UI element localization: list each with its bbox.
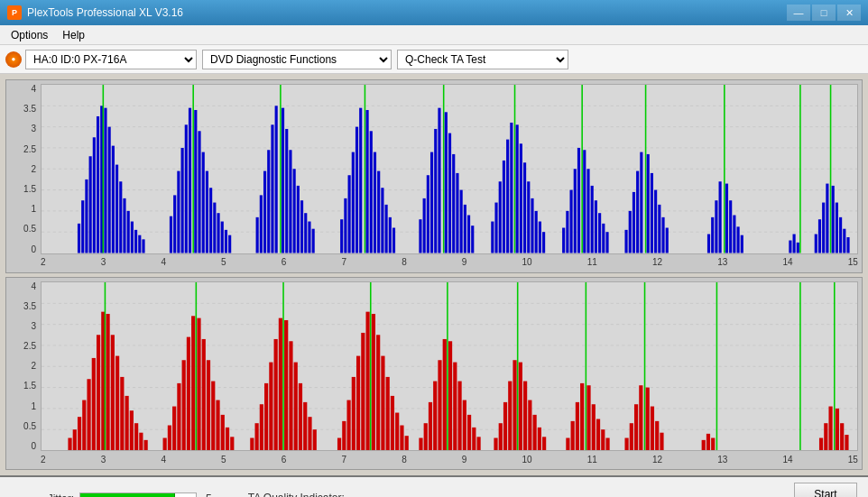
svg-rect-223 (400, 425, 403, 450)
svg-rect-232 (448, 341, 452, 450)
svg-rect-130 (711, 217, 714, 253)
drive-select[interactable]: HA:0 ID:0 PX-716A (25, 50, 197, 69)
menu-options[interactable]: Options (4, 27, 55, 43)
svg-rect-64 (359, 108, 362, 253)
action-buttons: Start i (794, 483, 857, 497)
svg-rect-202 (284, 319, 288, 450)
svg-rect-150 (839, 217, 842, 253)
svg-rect-262 (630, 423, 633, 450)
svg-rect-246 (523, 381, 527, 450)
maximize-button[interactable]: □ (812, 5, 836, 21)
svg-rect-78 (434, 129, 437, 253)
svg-rect-227 (429, 401, 432, 450)
titlebar: P PlexTools Professional XL V3.16 — □ ✕ (0, 0, 868, 25)
svg-rect-218 (376, 335, 380, 450)
top-chart: 4 3.5 3 2.5 2 1.5 1 0.5 0 (5, 79, 863, 273)
top-chart-y-axis: 4 3.5 3 2.5 2 1.5 1 0.5 0 (8, 84, 39, 254)
svg-rect-27 (173, 195, 176, 253)
svg-rect-245 (519, 362, 522, 450)
svg-rect-22 (131, 222, 134, 253)
svg-rect-81 (445, 112, 448, 253)
svg-rect-219 (381, 355, 384, 450)
svg-rect-43 (256, 217, 259, 253)
svg-rect-98 (523, 162, 526, 253)
svg-rect-94 (510, 123, 512, 253)
svg-rect-19 (119, 181, 122, 253)
toolbar: ● HA:0 ID:0 PX-716A DVD Diagnostic Funct… (0, 45, 868, 74)
svg-rect-120 (636, 171, 639, 253)
svg-rect-261 (624, 437, 628, 450)
svg-rect-270 (702, 439, 706, 450)
svg-rect-9 (85, 179, 88, 253)
ta-label: TA Quality Indicator: (248, 492, 345, 498)
svg-rect-127 (661, 217, 664, 253)
svg-rect-176 (139, 432, 143, 450)
svg-rect-215 (365, 311, 369, 450)
svg-rect-117 (624, 230, 627, 253)
svg-rect-222 (395, 412, 399, 450)
svg-rect-263 (634, 404, 638, 450)
svg-rect-213 (356, 355, 360, 450)
svg-rect-228 (433, 381, 437, 450)
svg-rect-224 (405, 436, 409, 450)
svg-rect-102 (539, 222, 541, 253)
svg-rect-61 (348, 175, 351, 253)
minimize-button[interactable]: — (787, 5, 810, 21)
svg-rect-268 (655, 420, 659, 450)
svg-rect-243 (512, 360, 516, 450)
svg-rect-36 (206, 171, 208, 253)
svg-rect-254 (580, 382, 584, 450)
svg-rect-29 (181, 148, 184, 253)
svg-rect-125 (654, 190, 657, 253)
svg-rect-175 (134, 423, 138, 450)
svg-rect-118 (629, 211, 632, 253)
svg-rect-25 (142, 239, 144, 253)
svg-rect-140 (793, 235, 796, 253)
svg-rect-75 (423, 198, 426, 253)
svg-rect-54 (297, 186, 300, 253)
svg-rect-52 (289, 150, 291, 253)
top-chart-x-axis: 2 3 4 5 6 7 8 9 10 11 12 13 14 15 (41, 254, 858, 271)
svg-rect-66 (365, 110, 368, 253)
bottom-chart-y-axis: 4 3.5 3 2.5 2 1.5 1 0.5 0 (8, 281, 39, 452)
svg-rect-230 (443, 338, 447, 450)
svg-rect-63 (356, 127, 358, 253)
svg-rect-21 (127, 211, 130, 253)
menu-help[interactable]: Help (55, 27, 92, 43)
svg-rect-136 (733, 216, 735, 253)
svg-rect-242 (508, 381, 512, 450)
svg-rect-235 (463, 400, 466, 450)
close-button[interactable]: ✕ (837, 5, 861, 21)
svg-rect-174 (130, 410, 134, 450)
start-button[interactable]: Start (794, 483, 857, 497)
svg-rect-272 (711, 437, 715, 450)
function-select[interactable]: DVD Diagnostic Functions (202, 50, 392, 69)
svg-rect-181 (177, 382, 180, 450)
bottom-chart-area (41, 281, 858, 452)
svg-rect-126 (658, 205, 660, 253)
svg-rect-101 (535, 211, 538, 253)
svg-rect-124 (651, 173, 653, 253)
svg-rect-226 (424, 423, 428, 450)
svg-rect-209 (337, 437, 341, 450)
svg-rect-123 (647, 154, 650, 253)
svg-rect-233 (453, 362, 457, 450)
svg-rect-89 (491, 222, 494, 253)
svg-rect-39 (217, 213, 219, 253)
svg-rect-178 (163, 437, 167, 450)
test-select[interactable]: Q-Check TA Test (397, 50, 568, 69)
svg-rect-111 (586, 169, 589, 253)
svg-rect-134 (725, 184, 728, 253)
svg-rect-240 (499, 423, 503, 450)
svg-rect-68 (374, 152, 376, 253)
svg-rect-119 (633, 192, 635, 253)
svg-rect-17 (112, 146, 115, 253)
svg-rect-192 (226, 427, 229, 450)
svg-rect-70 (381, 188, 383, 253)
svg-rect-207 (308, 417, 311, 450)
svg-rect-77 (430, 152, 433, 253)
svg-rect-199 (274, 338, 278, 450)
svg-rect-162 (78, 417, 81, 450)
svg-rect-55 (300, 200, 303, 253)
svg-rect-166 (97, 335, 100, 450)
